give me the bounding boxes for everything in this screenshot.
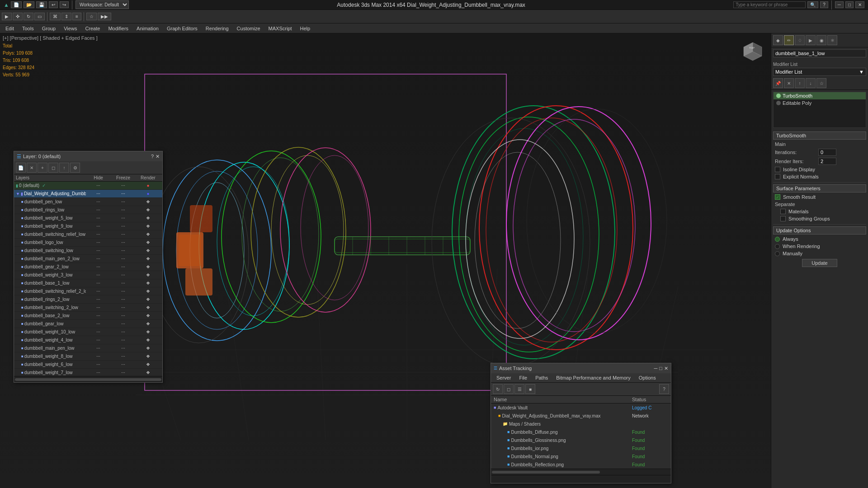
- layer-item[interactable]: ■ dumbbell_switching_relief_2_low ··· ··…: [14, 287, 162, 296]
- smooth-result-checkbox[interactable]: [775, 194, 780, 200]
- display-icon-btn[interactable]: ◉: [816, 35, 826, 45]
- mirror-btn[interactable]: ⇕: [61, 13, 71, 20]
- update-options-title[interactable]: Update Options: [773, 226, 866, 235]
- minimize-button[interactable]: ─: [835, 1, 844, 8]
- object-name-field[interactable]: [773, 49, 866, 57]
- explicit-normals-checkbox[interactable]: [775, 174, 780, 179]
- save-button[interactable]: 💾: [36, 1, 47, 8]
- layer-settings-btn[interactable]: ⚙: [70, 163, 80, 173]
- layer-select-btn[interactable]: ◻: [48, 163, 58, 173]
- layer-item[interactable]: ■ dumbbell_gear_2_low ··· ··· ❖: [14, 263, 162, 271]
- layer-item[interactable]: ■ dumbbell_main_pen_2_low ··· ··· ❖: [14, 255, 162, 263]
- maximize-button[interactable]: □: [845, 1, 854, 8]
- asset-menu-paths[interactable]: Paths: [532, 374, 552, 381]
- layer-item[interactable]: ■ dumbbell_weight_10_low ··· ··· ❖: [14, 328, 162, 336]
- menu-rendering[interactable]: Rendering: [202, 25, 232, 32]
- layer-add-btn[interactable]: +: [38, 163, 47, 173]
- pin-stack-btn[interactable]: 📌: [773, 78, 783, 88]
- help-button[interactable]: ?: [820, 1, 828, 8]
- menu-views[interactable]: Views: [60, 25, 80, 32]
- always-radio[interactable]: [775, 237, 780, 242]
- snap-btn[interactable]: ⌘: [50, 13, 61, 20]
- menu-help[interactable]: Help: [297, 25, 314, 32]
- layer-item[interactable]: ■ dumbbell_rings_2_low ··· ··· ❖: [14, 296, 162, 304]
- open-button[interactable]: 📂: [24, 1, 34, 8]
- asset-row[interactable]: ■ Dial_Weight_Adjusting_Dumbbell_max_vra…: [491, 412, 671, 420]
- undo-button[interactable]: ↩: [49, 1, 58, 8]
- render-btn[interactable]: ▶▶: [98, 13, 111, 20]
- asset-row[interactable]: ■ Dumbbells_Diffuse.png Found: [491, 428, 671, 436]
- layer-item[interactable]: ■ dumbbell_weight_4_low ··· ··· ❖: [14, 336, 162, 344]
- asset-select-btn[interactable]: ◻: [504, 384, 514, 394]
- hierarchy-icon-btn[interactable]: ♢: [795, 35, 805, 45]
- asset-row[interactable]: ■ Dumbbells_ior.png Found: [491, 444, 671, 452]
- layer-item[interactable]: ■ dumbbell_base_2_low ··· ··· ❖: [14, 312, 162, 320]
- render-setup-btn[interactable]: ☆: [86, 13, 97, 20]
- modifier-stack[interactable]: TurboSmooth Editable Poly: [773, 92, 866, 128]
- workspace-dropdown[interactable]: Workspace: Default: [75, 0, 129, 9]
- create-icon-btn[interactable]: ◆: [773, 35, 783, 45]
- layer-item[interactable]: ■ dumbbell_weight_7_low ··· ··· ❖: [14, 369, 162, 376]
- search-button[interactable]: 🔍: [807, 1, 818, 8]
- layer-item[interactable]: ▮ 0 (default) ✓ ··· ··· ●: [14, 182, 162, 190]
- surface-params-title[interactable]: Surface Parameters: [773, 184, 866, 192]
- layer-move-btn[interactable]: ↑: [59, 163, 69, 173]
- asset-row[interactable]: 📁 Maps / Shaders: [491, 420, 671, 428]
- layer-item[interactable]: ■ dumbbell_switching_relief_low ··· ··· …: [14, 230, 162, 239]
- align-btn[interactable]: ≡: [72, 13, 81, 20]
- render-iters-input[interactable]: [818, 158, 836, 165]
- select-btn[interactable]: ▶: [2, 13, 12, 20]
- layer-item[interactable]: ■ dumbbell_main_pen_low ··· ··· ❖: [14, 344, 162, 352]
- layer-item[interactable]: ■ dumbbell_pen_low ··· ··· ❖: [14, 198, 162, 206]
- asset-row[interactable]: ■ Dumbbells_Reflection.png Found: [491, 460, 671, 469]
- make-unique-btn[interactable]: ☆: [816, 78, 826, 88]
- asset-menu-file[interactable]: File: [515, 374, 531, 381]
- layer-item[interactable]: ■ dumbbell_gear_low ··· ··· ❖: [14, 320, 162, 328]
- remove-mod-btn[interactable]: ✕: [784, 78, 794, 88]
- menu-tools[interactable]: Tools: [19, 25, 38, 32]
- layer-close-btn[interactable]: ✕: [156, 154, 160, 160]
- modifier-editable-poly[interactable]: Editable Poly: [774, 99, 866, 107]
- rotate-btn[interactable]: ↻: [24, 13, 33, 20]
- asset-row[interactable]: ■ Autodesk Vault Logged C: [491, 404, 671, 412]
- menu-group[interactable]: Group: [38, 25, 60, 32]
- asset-help-btn[interactable]: ?: [659, 384, 669, 394]
- modifier-turbosmooth[interactable]: TurboSmooth: [774, 92, 866, 99]
- asset-max-btn[interactable]: □: [659, 366, 662, 371]
- layer-item[interactable]: ■ dumbbell_weight_9_low ··· ··· ❖: [14, 222, 162, 230]
- asset-menu-bitmap[interactable]: Bitmap Performance and Memory: [552, 374, 634, 381]
- asset-scrollbar[interactable]: [491, 469, 671, 475]
- layer-item[interactable]: ■ dumbbell_rings_low ··· ··· ❖: [14, 206, 162, 214]
- asset-menu-server[interactable]: Server: [493, 374, 514, 381]
- layer-item[interactable]: ■ dumbbell_weight_8_low ··· ··· ❖: [14, 352, 162, 361]
- new-button[interactable]: 📄: [11, 1, 22, 8]
- move-down-btn[interactable]: ↓: [806, 78, 816, 88]
- layer-delete-btn[interactable]: ✕: [27, 163, 37, 173]
- menu-create[interactable]: Create: [81, 25, 104, 32]
- layer-item[interactable]: ■ dumbbell_switching_low ··· ··· ❖: [14, 247, 162, 255]
- layer-list[interactable]: ▮ 0 (default) ✓ ··· ··· ● ▼ ▮ Dial_Weigh…: [14, 182, 162, 376]
- asset-list-btn[interactable]: ☰: [514, 384, 524, 394]
- menu-edit[interactable]: Edit: [2, 25, 18, 32]
- modify-icon-btn[interactable]: ✏: [784, 35, 794, 45]
- move-up-btn[interactable]: ↑: [795, 78, 805, 88]
- menu-animation[interactable]: Animation: [133, 25, 162, 32]
- close-button[interactable]: ✕: [855, 1, 864, 8]
- layer-item[interactable]: ■ dumbbell_base_1_low ··· ··· ❖: [14, 279, 162, 287]
- layer-help-btn[interactable]: ?: [151, 154, 154, 160]
- utilities-icon-btn[interactable]: ⚛: [827, 35, 837, 45]
- layer-item[interactable]: ■ dumbbell_weight_3_low ··· ··· ❖: [14, 271, 162, 279]
- asset-grid-btn[interactable]: ■: [525, 384, 535, 394]
- move-btn[interactable]: ✜: [13, 13, 23, 20]
- iterations-input[interactable]: [818, 149, 836, 156]
- materials-checkbox[interactable]: [780, 209, 786, 214]
- scale-btn[interactable]: ▭: [34, 13, 45, 20]
- asset-close-btn[interactable]: ✕: [664, 366, 668, 371]
- layer-item[interactable]: ■ dumbbell_weight_6_low ··· ··· ❖: [14, 361, 162, 369]
- asset-row[interactable]: ■ Dumbbells_Normal.png Found: [491, 452, 671, 460]
- asset-row[interactable]: ■ Dumbbells_Glossiness.png Found: [491, 436, 671, 444]
- asset-min-btn[interactable]: ─: [654, 366, 658, 371]
- viewport[interactable]: [+] [Perspective] [ Shaded + Edged Faces…: [0, 33, 771, 488]
- isoline-checkbox[interactable]: [775, 167, 780, 172]
- update-button[interactable]: Update: [802, 259, 837, 267]
